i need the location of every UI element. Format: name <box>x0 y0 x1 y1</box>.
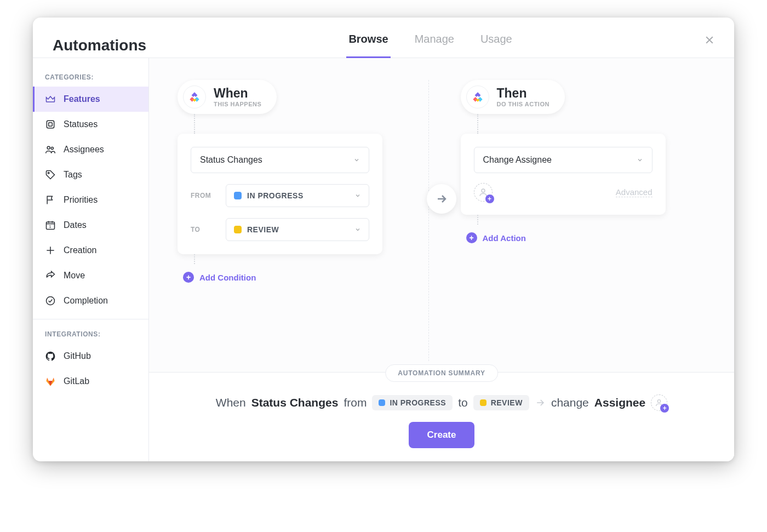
sidebar-item-label: Move <box>64 271 85 281</box>
add-condition-button[interactable]: + Add Condition <box>183 272 256 283</box>
svg-text:1: 1 <box>49 224 51 229</box>
integrations-heading: INTEGRATIONS: <box>33 327 148 344</box>
clickup-logo-icon <box>466 85 489 108</box>
action-select-value: Change Assignee <box>483 155 552 165</box>
summary-to-status: REVIEW <box>491 398 523 407</box>
sidebar-item-label: Dates <box>64 220 87 230</box>
sidebar-item-label: Completion <box>64 296 108 306</box>
then-subtitle: DO THIS ACTION <box>497 101 550 107</box>
from-label: FROM <box>191 192 218 199</box>
arrow-share-icon <box>45 270 56 281</box>
add-action-button[interactable]: + Add Action <box>466 232 526 243</box>
trigger-select[interactable]: Status Changes <box>191 147 369 173</box>
summary-from-status: IN PROGRESS <box>390 398 446 407</box>
tab-browse[interactable]: Browse <box>348 33 388 58</box>
tabs: Browse Manage Usage <box>146 33 714 58</box>
sidebar-item-assignees[interactable]: Assignees <box>33 137 148 162</box>
connector-line <box>477 114 478 134</box>
sidebar-item-dates[interactable]: 1 Dates <box>33 213 148 238</box>
chevron-down-icon <box>354 192 361 199</box>
svg-point-4 <box>48 172 49 174</box>
chevron-down-icon <box>353 157 360 163</box>
when-pill: When THIS HAPPENS <box>178 80 277 114</box>
then-pill: Then DO THIS ACTION <box>461 80 565 114</box>
tab-usage[interactable]: Usage <box>480 33 512 58</box>
sidebar-item-github[interactable]: GitHub <box>33 344 148 369</box>
close-button[interactable] <box>701 32 718 48</box>
svg-point-3 <box>51 147 53 149</box>
people-icon <box>45 144 56 155</box>
summary-when: When <box>216 396 246 409</box>
summary-sentence: When Status Changes from IN PROGRESS to … <box>165 394 718 411</box>
advanced-link[interactable]: Advanced <box>616 187 652 197</box>
clickup-logo-icon <box>183 85 206 108</box>
connector-line <box>194 114 195 134</box>
flag-icon <box>45 195 56 205</box>
from-status-select[interactable]: IN PROGRESS <box>226 184 369 207</box>
svg-rect-1 <box>49 123 53 127</box>
summary-assignee-word: Assignee <box>594 396 645 409</box>
connector-line <box>194 254 195 264</box>
to-status-select[interactable]: REVIEW <box>226 218 369 241</box>
arrow-right-icon <box>535 397 546 408</box>
assignee-row: Advanced <box>474 183 652 202</box>
gitlab-icon <box>45 376 56 387</box>
sidebar-item-creation[interactable]: Creation <box>33 238 148 263</box>
summary-chip-from: IN PROGRESS <box>372 395 453 410</box>
to-row: TO REVIEW <box>191 218 369 241</box>
when-column: When THIS HAPPENS Status Changes <box>172 80 429 361</box>
summary-assignee-placeholder[interactable] <box>651 394 667 411</box>
tag-icon <box>45 169 56 180</box>
sidebar-item-features[interactable]: Features <box>33 87 148 112</box>
svg-point-2 <box>47 146 50 149</box>
svg-point-8 <box>482 189 485 192</box>
sidebar-item-label: Tags <box>64 170 82 180</box>
summary-to-word: to <box>458 396 468 409</box>
sidebar-item-completion[interactable]: Completion <box>33 288 148 313</box>
sidebar-item-priorities[interactable]: Priorities <box>33 187 148 213</box>
then-title: Then <box>497 87 550 100</box>
action-select[interactable]: Change Assignee <box>474 147 652 173</box>
github-icon <box>45 351 56 362</box>
categories-heading: CATEGORIES: <box>33 70 148 87</box>
when-title: When <box>214 87 261 100</box>
sidebar-item-statuses[interactable]: Statuses <box>33 112 148 137</box>
person-icon <box>478 187 488 197</box>
sidebar-divider <box>33 319 148 319</box>
svg-point-7 <box>47 297 55 305</box>
summary-change-word: change <box>551 396 589 409</box>
sidebar-item-label: Features <box>64 94 100 104</box>
connector-line <box>477 215 478 225</box>
sidebar-item-gitlab[interactable]: GitLab <box>33 369 148 394</box>
sidebar-item-label: Priorities <box>64 195 98 205</box>
to-label: TO <box>191 226 218 233</box>
sidebar-item-move[interactable]: Move <box>33 263 148 288</box>
add-action-label: Add Action <box>483 233 526 243</box>
close-icon <box>704 35 715 45</box>
person-icon <box>655 398 663 407</box>
status-swatch-yellow <box>480 399 486 406</box>
assignee-picker[interactable] <box>474 183 493 202</box>
sidebar-item-label: GitHub <box>64 351 91 361</box>
square-icon <box>45 119 56 130</box>
summary-chip-to: REVIEW <box>473 395 529 410</box>
crown-icon <box>45 94 56 105</box>
summary-status-changes: Status Changes <box>251 396 339 409</box>
trigger-select-value: Status Changes <box>200 155 262 165</box>
trigger-card: Status Changes FROM IN PROGRESS <box>178 134 382 254</box>
calendar-icon: 1 <box>45 220 56 231</box>
arrow-right-icon <box>435 192 448 205</box>
action-card: Change Assignee Advanced <box>461 134 666 215</box>
from-row: FROM IN PROGRESS <box>191 184 369 207</box>
tab-manage[interactable]: Manage <box>415 33 454 58</box>
status-swatch-yellow <box>234 226 242 233</box>
to-status-text: REVIEW <box>247 225 349 234</box>
create-button[interactable]: Create <box>409 422 475 448</box>
sidebar-item-tags[interactable]: Tags <box>33 162 148 187</box>
modal-body: CATEGORIES: Features Statuses Assignees <box>33 58 734 461</box>
add-condition-label: Add Condition <box>199 273 256 282</box>
from-status-text: IN PROGRESS <box>247 191 349 200</box>
automations-modal: Automations Browse Manage Usage CATEGORI… <box>33 18 734 461</box>
summary-badge: AUTOMATION SUMMARY <box>385 364 498 382</box>
main-panel: When THIS HAPPENS Status Changes <box>149 58 734 461</box>
